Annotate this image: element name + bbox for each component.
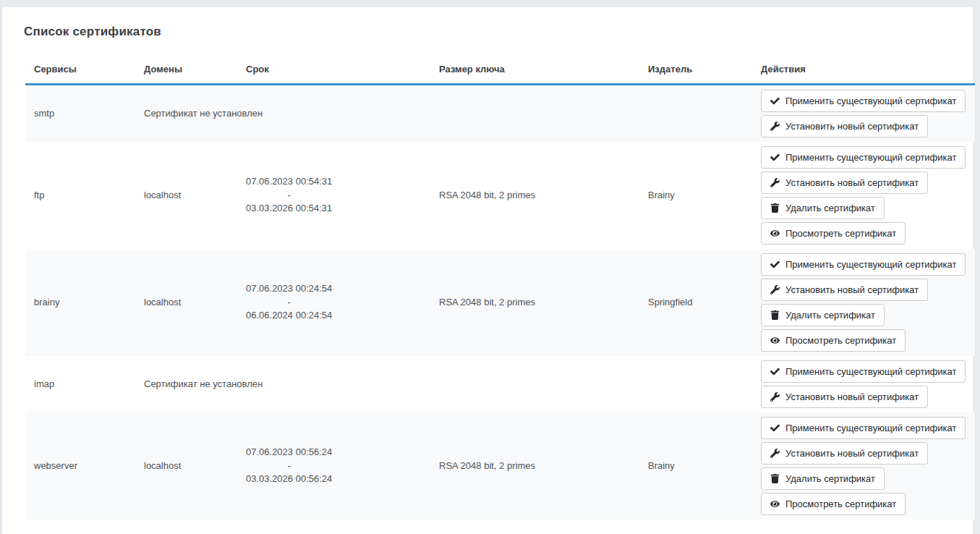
actions-button-group: Применить существующий сертификат Устано… (761, 146, 966, 245)
page-title: Список сертификатов (24, 25, 973, 39)
delete-certificate-button[interactable]: Удалить сертификат (761, 304, 885, 326)
domain-cell: localhost (135, 142, 237, 249)
service-cell: brainy (25, 249, 135, 356)
install-new-certificate-button[interactable]: Установить новый сертификат (761, 171, 928, 194)
date-separator: - (246, 296, 332, 310)
table-row: imap Сертификат не установлен Применить … (25, 356, 975, 412)
table-header-row: Сервисы Домены Срок Размер ключа Издател… (25, 46, 975, 85)
eye-icon (770, 229, 780, 238)
check-icon (770, 423, 780, 433)
column-header-key-size: Размер ключа (430, 46, 639, 85)
install-new-certificate-button[interactable]: Установить новый сертификат (761, 386, 928, 408)
table-row: brainy localhost 07.06.2023 00:24:54 - 0… (25, 249, 975, 356)
certificates-panel: Список сертификатов Сервисы Домены Срок … (2, 7, 973, 534)
apply-existing-certificate-button[interactable]: Применить существующий сертификат (761, 90, 966, 112)
issuer-cell: Brainy (639, 412, 752, 520)
issuer-cell: Brainy (639, 142, 752, 249)
term-cell: 07.06.2023 00:24:54 - 06.06.2024 00:24:5… (237, 249, 430, 356)
key-size-cell: RSA 2048 bit, 2 primes (430, 412, 639, 520)
valid-from-date: 07.06.2023 00:54:31 (246, 175, 332, 189)
validity-period: 07.06.2023 00:56:24 - 03.03.2026 00:56:2… (246, 446, 332, 487)
certificates-table: Сервисы Домены Срок Размер ключа Издател… (25, 46, 975, 520)
key-size-cell: RSA 2048 bit, 2 primes (430, 249, 639, 356)
wrench-icon (770, 449, 780, 458)
table-row: smtp Сертификат не установлен Применить … (25, 85, 975, 143)
eye-icon (770, 499, 780, 509)
actions-cell: Применить существующий сертификат Устано… (752, 249, 975, 356)
view-certificate-button[interactable]: Просмотреть сертификат (761, 493, 906, 515)
valid-to-date: 03.03.2026 00:54:31 (246, 202, 332, 216)
domain-cell: localhost (135, 249, 237, 356)
wrench-icon (770, 178, 780, 187)
valid-from-date: 07.06.2023 00:56:24 (246, 446, 332, 459)
date-separator: - (246, 189, 332, 203)
eye-icon (770, 336, 780, 345)
certificate-not-installed-label: Сертификат не установлен (135, 85, 752, 143)
service-cell: imap (25, 356, 135, 412)
term-cell: 07.06.2023 00:54:31 - 03.03.2026 00:54:3… (237, 142, 430, 249)
check-icon (770, 153, 780, 162)
trash-icon (770, 310, 780, 320)
domain-cell: localhost (135, 412, 237, 520)
date-separator: - (246, 459, 332, 473)
issuer-cell: Springfield (639, 249, 752, 356)
delete-certificate-button[interactable]: Удалить сертификат (761, 467, 885, 490)
table-row: webserver localhost 07.06.2023 00:56:24 … (25, 412, 975, 520)
valid-to-date: 03.03.2026 00:56:24 (246, 472, 332, 486)
actions-cell: Применить существующий сертификат Устано… (752, 85, 975, 143)
actions-cell: Применить существующий сертификат Устано… (752, 412, 975, 520)
apply-existing-certificate-button[interactable]: Применить существующий сертификат (761, 146, 966, 169)
service-cell: smtp (25, 85, 135, 143)
install-new-certificate-button[interactable]: Установить новый сертификат (761, 442, 928, 465)
actions-button-group: Применить существующий сертификат Устано… (761, 417, 966, 515)
apply-existing-certificate-button[interactable]: Применить существующий сертификат (761, 253, 966, 276)
trash-icon (770, 474, 780, 483)
apply-existing-certificate-button[interactable]: Применить существующий сертификат (761, 417, 966, 439)
valid-to-date: 06.06.2024 00:24:54 (246, 309, 332, 323)
view-certificate-button[interactable]: Просмотреть сертификат (761, 222, 906, 245)
certificate-not-installed-label: Сертификат не установлен (135, 356, 752, 412)
actions-button-group: Применить существующий сертификат Устано… (761, 90, 966, 137)
column-header-actions: Действия (752, 46, 975, 85)
column-header-services: Сервисы (25, 46, 135, 85)
column-header-domains: Домены (135, 46, 237, 85)
view-certificate-button[interactable]: Просмотреть сертификат (761, 329, 906, 352)
check-icon (770, 96, 780, 106)
trash-icon (770, 203, 780, 213)
actions-button-group: Применить существующий сертификат Устано… (761, 253, 966, 352)
wrench-icon (770, 122, 780, 131)
table-row: ftp localhost 07.06.2023 00:54:31 - 03.0… (25, 142, 975, 249)
check-icon (770, 367, 780, 376)
wrench-icon (770, 285, 780, 294)
validity-period: 07.06.2023 00:54:31 - 03.03.2026 00:54:3… (246, 175, 332, 216)
actions-cell: Применить существующий сертификат Устано… (752, 356, 975, 412)
certificates-table-body: smtp Сертификат не установлен Применить … (25, 85, 975, 520)
install-new-certificate-button[interactable]: Установить новый сертификат (761, 279, 928, 301)
install-new-certificate-button[interactable]: Установить новый сертификат (761, 115, 928, 137)
actions-button-group: Применить существующий сертификат Устано… (761, 360, 966, 408)
service-cell: ftp (25, 142, 135, 249)
column-header-issuer: Издатель (639, 46, 752, 85)
apply-existing-certificate-button[interactable]: Применить существующий сертификат (761, 360, 966, 383)
actions-cell: Применить существующий сертификат Устано… (752, 142, 975, 249)
delete-certificate-button[interactable]: Удалить сертификат (761, 197, 885, 219)
wrench-icon (770, 392, 780, 402)
check-icon (770, 260, 780, 269)
validity-period: 07.06.2023 00:24:54 - 06.06.2024 00:24:5… (246, 282, 332, 323)
key-size-cell: RSA 2048 bit, 2 primes (430, 142, 639, 249)
service-cell: webserver (25, 412, 135, 520)
term-cell: 07.06.2023 00:56:24 - 03.03.2026 00:56:2… (237, 412, 430, 520)
column-header-term: Срок (237, 46, 430, 85)
valid-from-date: 07.06.2023 00:24:54 (246, 282, 332, 296)
